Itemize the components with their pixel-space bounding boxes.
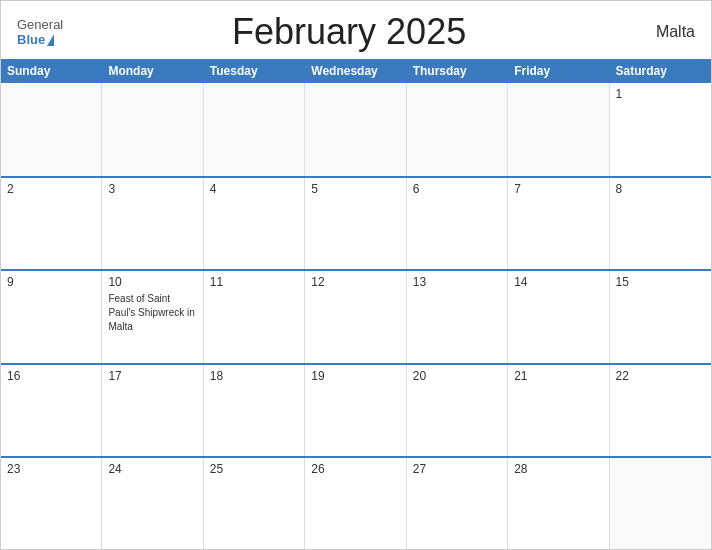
logo-triangle-icon [47,34,54,46]
day-number-21: 21 [514,369,602,383]
day-cell-4-0: 23 [1,458,102,549]
calendar-header: General Blue February 2025 Malta [1,1,711,59]
week-row-4: 232425262728 [1,456,711,549]
day-cell-4-5: 28 [508,458,609,549]
day-cell-3-5: 21 [508,365,609,456]
day-number-16: 16 [7,369,95,383]
day-cell-0-3 [305,83,406,176]
day-cell-0-6: 1 [610,83,711,176]
day-number-5: 5 [311,182,399,196]
day-number-23: 23 [7,462,95,476]
day-number-2: 2 [7,182,95,196]
day-cell-1-4: 6 [407,178,508,269]
day-number-22: 22 [616,369,705,383]
calendar-grid: 12345678910Feast of Saint Paul's Shipwre… [1,83,711,549]
day-number-26: 26 [311,462,399,476]
day-number-27: 27 [413,462,501,476]
day-cell-4-3: 26 [305,458,406,549]
day-number-24: 24 [108,462,196,476]
day-header-tuesday: Tuesday [204,59,305,83]
logo-blue-text: Blue [17,32,45,47]
day-number-8: 8 [616,182,705,196]
day-number-12: 12 [311,275,399,289]
day-number-13: 13 [413,275,501,289]
day-cell-3-3: 19 [305,365,406,456]
day-header-friday: Friday [508,59,609,83]
day-cell-2-4: 13 [407,271,508,362]
day-cell-0-1 [102,83,203,176]
day-cell-1-3: 5 [305,178,406,269]
day-cell-0-2 [204,83,305,176]
day-cell-1-0: 2 [1,178,102,269]
day-header-sunday: Sunday [1,59,102,83]
day-header-monday: Monday [102,59,203,83]
day-cell-3-6: 22 [610,365,711,456]
days-header: Sunday Monday Tuesday Wednesday Thursday… [1,59,711,83]
logo-general-text: General [17,17,63,32]
day-number-1: 1 [616,87,705,101]
day-cell-0-0 [1,83,102,176]
day-number-6: 6 [413,182,501,196]
day-header-wednesday: Wednesday [305,59,406,83]
day-number-11: 11 [210,275,298,289]
day-cell-3-0: 16 [1,365,102,456]
day-header-thursday: Thursday [407,59,508,83]
day-cell-2-1: 10Feast of Saint Paul's Shipwreck in Mal… [102,271,203,362]
day-cell-0-4 [407,83,508,176]
day-cell-2-3: 12 [305,271,406,362]
day-number-20: 20 [413,369,501,383]
country-label: Malta [635,23,695,41]
day-number-19: 19 [311,369,399,383]
day-cell-2-0: 9 [1,271,102,362]
week-row-1: 2345678 [1,176,711,269]
day-cell-2-6: 15 [610,271,711,362]
calendar-title: February 2025 [63,11,635,53]
week-row-0: 1 [1,83,711,176]
day-cell-3-1: 17 [102,365,203,456]
day-cell-3-4: 20 [407,365,508,456]
day-number-15: 15 [616,275,705,289]
day-number-10: 10 [108,275,196,289]
day-cell-0-5 [508,83,609,176]
day-number-28: 28 [514,462,602,476]
day-number-4: 4 [210,182,298,196]
day-header-saturday: Saturday [610,59,711,83]
day-cell-1-5: 7 [508,178,609,269]
calendar: General Blue February 2025 Malta Sunday … [0,0,712,550]
day-cell-4-1: 24 [102,458,203,549]
day-number-25: 25 [210,462,298,476]
day-cell-4-4: 27 [407,458,508,549]
week-row-2: 910Feast of Saint Paul's Shipwreck in Ma… [1,269,711,362]
day-cell-1-2: 4 [204,178,305,269]
day-cell-3-2: 18 [204,365,305,456]
logo: General Blue [17,17,63,47]
day-number-17: 17 [108,369,196,383]
day-cell-4-2: 25 [204,458,305,549]
week-row-3: 16171819202122 [1,363,711,456]
day-cell-1-6: 8 [610,178,711,269]
day-number-3: 3 [108,182,196,196]
day-number-9: 9 [7,275,95,289]
day-number-7: 7 [514,182,602,196]
day-cell-4-6 [610,458,711,549]
day-cell-2-5: 14 [508,271,609,362]
day-cell-1-1: 3 [102,178,203,269]
day-number-18: 18 [210,369,298,383]
day-number-14: 14 [514,275,602,289]
event-text-2-1: Feast of Saint Paul's Shipwreck in Malta [108,293,194,332]
day-cell-2-2: 11 [204,271,305,362]
